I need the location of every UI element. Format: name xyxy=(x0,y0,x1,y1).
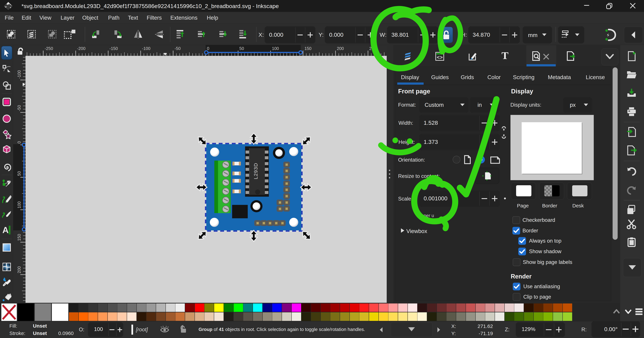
svg-text:-50: -50 xyxy=(174,46,180,51)
svg-text:-50: -50 xyxy=(17,105,22,111)
svg-text:100: 100 xyxy=(272,46,279,51)
svg-text:<>: <> xyxy=(437,55,443,60)
svg-text:200: 200 xyxy=(17,266,22,273)
svg-text:250: 250 xyxy=(369,46,376,51)
svg-text:-200: -200 xyxy=(77,46,86,51)
svg-text:0: 0 xyxy=(17,141,22,143)
svg-text:100: 100 xyxy=(17,201,22,208)
svg-text:200: 200 xyxy=(337,46,344,51)
svg-text:-250: -250 xyxy=(45,46,53,51)
svg-text:150: 150 xyxy=(17,234,22,241)
svg-text:A: A xyxy=(2,225,9,235)
svg-text:150: 150 xyxy=(304,46,312,51)
svg-text:-150: -150 xyxy=(110,46,118,51)
svg-text:-100: -100 xyxy=(142,46,150,51)
svg-text:-100: -100 xyxy=(17,70,22,79)
svg-text:50: 50 xyxy=(239,46,244,51)
svg-text:0: 0 xyxy=(207,46,209,51)
svg-text:50: 50 xyxy=(17,171,22,176)
